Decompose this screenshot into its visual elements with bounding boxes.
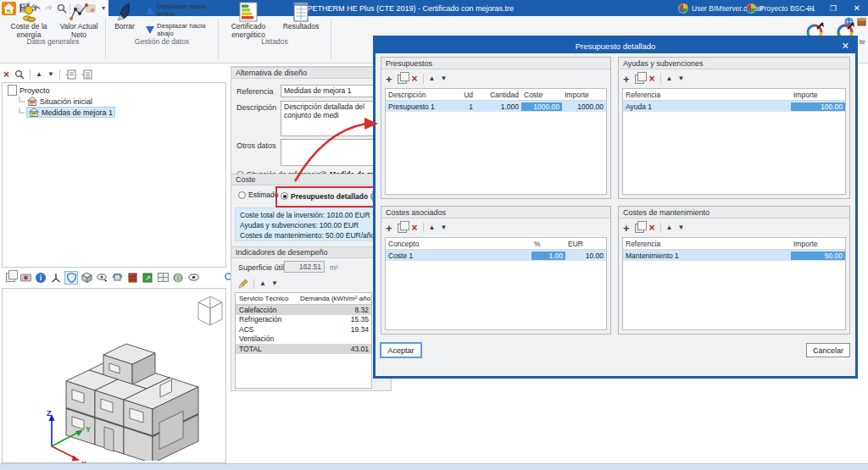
table-row[interactable]: ACS 19.34	[236, 324, 371, 335]
maximize-button[interactable]: ❐	[822, 0, 844, 16]
cancel-button[interactable]: Cancelar	[806, 343, 850, 357]
group-label-datos-generales: Datos generales	[2, 37, 104, 46]
table-row[interactable]: Coste 1 1.00 10.00	[386, 250, 606, 261]
copy-row-icon[interactable]	[635, 224, 644, 233]
cell-coste-selected[interactable]: 1000.00	[521, 102, 562, 111]
referencia-input[interactable]: Medidas de mejora 1	[281, 85, 386, 97]
move-up-icon[interactable]: ▲	[666, 75, 673, 82]
delete-row-icon[interactable]: ×	[412, 223, 418, 233]
sheets-icon[interactable]	[3, 271, 17, 285]
add-row-icon[interactable]: +	[623, 223, 630, 234]
ayudas-panel: Ayudas y subvenciones + × ▲ ▼ Referencia…	[618, 57, 850, 199]
cell-eur[interactable]: 10.00	[565, 252, 606, 260]
table-row[interactable]: TOTAL 43.01	[236, 344, 371, 354]
borrar-button[interactable]: Borrar	[108, 2, 141, 31]
tree-node-situacion-inicial[interactable]: Situación inicial	[3, 96, 225, 107]
add-row-icon[interactable]: +	[386, 223, 392, 234]
collapse-all-icon[interactable]	[65, 69, 76, 80]
tree-move-down-icon[interactable]: ▼	[47, 71, 54, 78]
cell-servicio: Ventilación	[236, 335, 298, 343]
close-button[interactable]: ✕	[846, 0, 868, 16]
camera-icon[interactable]	[19, 271, 32, 285]
cell-servicio: TOTAL	[236, 345, 298, 353]
split-window-icon[interactable]	[156, 271, 170, 285]
copy-row-icon[interactable]	[635, 75, 644, 84]
col-importe: Importe	[791, 91, 845, 99]
valor-actual-neto-button[interactable]: Valor Actual Neto	[54, 2, 103, 39]
cell-referencia[interactable]: Mantenimiento 1	[623, 252, 791, 260]
coste-energia-button[interactable]: Coste de la energía	[4, 2, 53, 39]
tree-selection[interactable]: Medidas de mejora 1	[27, 108, 114, 117]
delete-node-icon[interactable]: ×	[3, 69, 9, 80]
indicator-down-icon[interactable]: ▼	[271, 280, 278, 287]
table-row[interactable]: Mantenimiento 1 50.00	[623, 250, 845, 261]
desplazar-abajo-button[interactable]: Desplazar hacia abajo	[146, 23, 215, 38]
info-icon[interactable]: i	[34, 271, 47, 285]
pencil-icon[interactable]	[238, 279, 248, 289]
cell-importe-selected[interactable]: 100.00	[791, 102, 845, 111]
table-header: Descripción Ud Cantidad Coste Importe	[386, 89, 606, 101]
tree-node-proyecto[interactable]: Proyecto	[3, 85, 225, 96]
otros-datos-textarea[interactable]	[281, 139, 386, 166]
shield-icon[interactable]	[64, 271, 78, 285]
cell-demanda: 19.34	[298, 325, 371, 334]
move-up-icon[interactable]: ▲	[666, 224, 673, 231]
presupuestos-table: Descripción Ud Cantidad Coste Importe Pr…	[385, 88, 607, 195]
axes-icon[interactable]	[49, 271, 63, 285]
radio-estimado[interactable]: Estimado	[238, 191, 278, 199]
add-row-icon[interactable]: +	[623, 74, 630, 85]
minimize-button[interactable]: —	[798, 0, 821, 16]
copy-row-icon[interactable]	[398, 224, 407, 233]
orientation-cube-icon[interactable]	[196, 294, 225, 329]
certificado-energetico-button[interactable]: Certificado energético	[222, 2, 275, 39]
col-ud: Ud	[453, 91, 476, 99]
eye-pointer-icon[interactable]	[95, 271, 108, 285]
descripcion-textarea[interactable]: Descripción detallada del conjunto de me…	[281, 101, 386, 136]
package-icon[interactable]	[857, 17, 866, 26]
delete-row-icon[interactable]: ×	[412, 74, 418, 84]
move-down-icon[interactable]: ▼	[441, 75, 448, 82]
eye-icon[interactable]	[186, 271, 200, 285]
search-icon[interactable]	[14, 69, 25, 80]
cell-concepto[interactable]: Coste 1	[386, 252, 531, 260]
table-row[interactable]: Presupuesto 1 1 1.000 1000.00 1000.00	[386, 101, 606, 112]
indicator-up-icon[interactable]: ▲	[259, 280, 266, 287]
delete-row-icon[interactable]: ×	[649, 223, 655, 233]
add-row-icon[interactable]: +	[386, 74, 392, 85]
desplazar-arriba-button[interactable]: Desplazar hacia arriba	[146, 3, 215, 19]
wall-icon[interactable]	[125, 271, 139, 285]
dialog-close-icon[interactable]: ✕	[842, 38, 849, 53]
orbit-cube-icon[interactable]	[110, 271, 124, 285]
cell-pct-selected[interactable]: 1.00	[531, 252, 565, 260]
table-row[interactable]: Ventilación	[236, 335, 371, 345]
expand-all-icon[interactable]	[81, 69, 92, 80]
move-down-icon[interactable]: ▼	[441, 224, 448, 231]
move-down-icon[interactable]: ▼	[678, 224, 685, 231]
resultados-button[interactable]: Resultados	[276, 2, 326, 31]
move-down-icon[interactable]: ▼	[678, 75, 685, 82]
cell-referencia[interactable]: Ayuda 1	[623, 102, 791, 111]
cell-importe-selected[interactable]: 50.00	[791, 252, 845, 260]
tree-node-medidas-mejora[interactable]: Medidas de mejora 1	[3, 107, 225, 118]
cell-cantidad[interactable]: 1.000	[476, 102, 521, 111]
table-row[interactable]: Calefacción 8.32	[236, 305, 371, 315]
cell-importe[interactable]: 1000.00	[562, 102, 606, 111]
move-up-icon[interactable]: ▲	[429, 224, 436, 231]
model-viewport[interactable]: Z Y X	[2, 288, 226, 463]
demand-table: Servicio Técnico Demanda (kWh/m²·año) Ca…	[235, 292, 372, 389]
cell-demanda: 43.01	[298, 345, 371, 353]
export-green-icon[interactable]: ↗	[141, 271, 154, 285]
copy-row-icon[interactable]	[398, 75, 407, 84]
cell-ud[interactable]: 1	[453, 102, 476, 111]
cube-icon[interactable]	[80, 271, 93, 285]
table-row[interactable]: Ayuda 1 100.00	[623, 101, 845, 112]
accept-button[interactable]: Aceptar	[381, 343, 421, 357]
delete-row-icon[interactable]: ×	[649, 74, 655, 84]
tree-move-up-icon[interactable]: ▲	[36, 71, 42, 78]
globe-view-icon[interactable]	[171, 271, 185, 285]
project-node-icon	[8, 85, 17, 96]
cell-descripcion[interactable]: Presupuesto 1	[386, 102, 453, 111]
col-servicio: Servicio Técnico	[236, 295, 298, 302]
move-up-icon[interactable]: ▲	[429, 75, 436, 82]
table-row[interactable]: Refrigeración 15.35	[236, 315, 371, 325]
